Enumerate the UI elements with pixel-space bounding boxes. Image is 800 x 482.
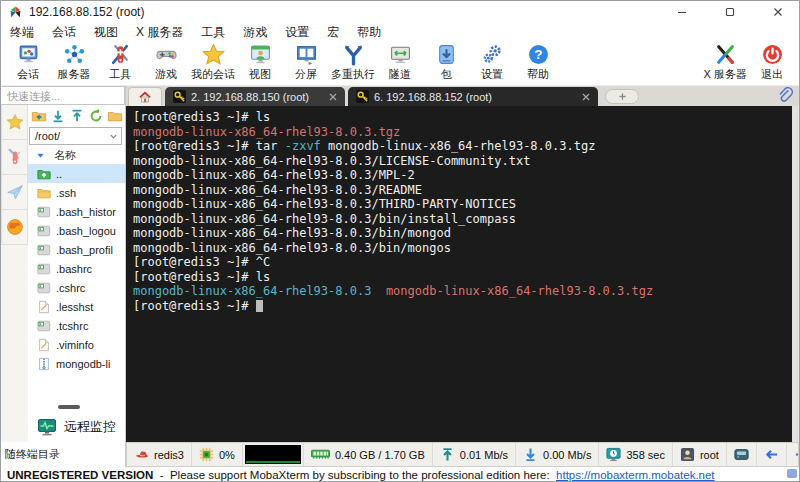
name-column-header[interactable]: 名称 <box>28 147 125 164</box>
remote-monitor-button[interactable]: 远程监控 <box>28 412 125 442</box>
toolbar-split-button[interactable]: 分屏 <box>283 43 329 82</box>
toolbar-packages-label: 包 <box>441 67 452 82</box>
menu-item-3[interactable]: X 服务器 <box>127 24 192 41</box>
menu-item-1[interactable]: 会话 <box>43 24 85 41</box>
multiexec-icon <box>342 43 365 66</box>
tab-close-icon[interactable] <box>329 93 337 101</box>
toolbar-games-button[interactable]: 游戏 <box>143 43 189 82</box>
terminal-text: mongodb-linux-x86_64-rhel93-8.0.3 <box>133 284 371 298</box>
toolbar-servers-button[interactable]: 服务器 <box>51 43 97 82</box>
toolbar-session-label: 会话 <box>17 67 39 82</box>
terminal-scrollbar[interactable] <box>792 106 799 442</box>
packages-icon <box>435 43 458 66</box>
file-row[interactable]: .ssh <box>28 183 125 202</box>
toolbar-xserver-button[interactable]: X 服务器 <box>702 43 749 82</box>
file-row[interactable]: .bash_histor <box>28 202 125 221</box>
menu-item-7[interactable]: 宏 <box>318 24 348 41</box>
file-row[interactable]: .viminfo <box>28 335 125 354</box>
folder-plain-button[interactable] <box>107 108 123 124</box>
horizontal-scrollbar[interactable] <box>28 402 125 412</box>
file-name: mongodb-li <box>56 358 110 370</box>
status-arrow-right[interactable] <box>787 443 799 466</box>
toolbar-settings-button[interactable]: 设置 <box>469 43 515 82</box>
servers-icon <box>63 43 86 66</box>
xserver-icon <box>714 43 737 66</box>
home-icon <box>138 90 152 104</box>
quick-connect-input[interactable] <box>1 86 125 105</box>
tab-session-6[interactable]: 6. 192.168.88.152 (root) <box>348 87 598 106</box>
maximize-button[interactable] <box>709 1 751 23</box>
minimize-button[interactable] <box>661 1 703 23</box>
paperclip-icon[interactable] <box>777 87 794 104</box>
cpu-graph <box>245 445 301 464</box>
status-bar: redis30%0.40 GB / 1.70 GB0.01 Mb/s0.00 M… <box>126 442 799 467</box>
terminal-line: [root@redis3 ~]# tar -zxvf mongodb-linux… <box>133 139 789 154</box>
file-row[interactable]: .tcshrc <box>28 316 125 335</box>
tab-session-2[interactable]: 2. 192.168.88.150 (root) <box>165 87 345 106</box>
paperplane-icon <box>6 183 24 201</box>
tab-home[interactable] <box>128 87 162 106</box>
toolbar: 会话服务器工具游戏我的会话视图分屏多重执行隧道包设置?帮助 X 服务器退出 <box>1 41 799 86</box>
terminal-text: mongodb-linux-x86_64-rhel93-8.0.3/LICENS… <box>133 154 530 168</box>
toolbar-view-label: 视图 <box>249 67 271 82</box>
terminal-text: mongodb-linux-x86_64-rhel93-8.0.3/MPL-2 <box>133 168 415 182</box>
path-select[interactable]: /root/ <box>29 127 122 145</box>
follow-terminal-dir-toggle[interactable]: 随终端目录 <box>1 442 126 467</box>
menu-bar: 终端会话视图X 服务器工具游戏设置宏帮助 <box>1 23 799 41</box>
key-icon <box>173 90 186 103</box>
menu-item-0[interactable]: 终端 <box>1 24 43 41</box>
user-icon <box>680 447 695 462</box>
terminal-column: 2. 192.168.88.150 (root) 6. 192.168.88.1… <box>126 86 799 442</box>
terminal-text: -zxvf <box>285 139 321 153</box>
upload-button[interactable] <box>69 108 85 124</box>
sidebar-paperplane-button[interactable] <box>1 175 28 210</box>
scrollbar-thumb[interactable] <box>58 405 80 409</box>
file-name: .. <box>56 168 62 180</box>
toolbar-packages-button[interactable]: 包 <box>423 43 469 82</box>
folder-up-button[interactable] <box>31 108 47 124</box>
toolbar-help-button[interactable]: ?帮助 <box>515 43 561 82</box>
file-row[interactable]: .bashrc <box>28 259 125 278</box>
script-icon <box>37 243 51 257</box>
help-icon: ? <box>527 43 550 66</box>
sidebar-star-button[interactable] <box>1 105 28 140</box>
file-row[interactable]: mongodb-li <box>28 354 125 373</box>
file-row[interactable]: .lesshst <box>28 297 125 316</box>
mysessions-icon <box>202 43 225 66</box>
toolbar-tunnel-button[interactable]: 隧道 <box>377 43 423 82</box>
file-row[interactable]: .bash_logou <box>28 221 125 240</box>
toolbar-view-button[interactable]: 视图 <box>237 43 283 82</box>
menu-item-8[interactable]: 帮助 <box>348 24 390 41</box>
status-arrow-left[interactable] <box>757 443 787 466</box>
close-button[interactable] <box>757 1 799 23</box>
graph-line <box>246 461 300 463</box>
download-button[interactable] <box>50 108 66 124</box>
menu-item-4[interactable]: 工具 <box>192 24 234 41</box>
terminal-line: mongodb-linux-x86_64-rhel93-8.0.3/bin/mo… <box>133 226 789 241</box>
toolbar-multiexec-button[interactable]: 多重执行 <box>329 43 377 82</box>
toolbar-exit-button[interactable]: 退出 <box>749 43 795 82</box>
file-row[interactable]: .cshrc <box>28 278 125 297</box>
terminal[interactable]: [root@redis3 ~]# lsmongodb-linux-x86_64-… <box>126 106 799 442</box>
sidebar-globe-button[interactable] <box>1 210 28 245</box>
file-row[interactable]: .bash_profil <box>28 240 125 259</box>
footer-text: - Please support MobaXterm by subscribin… <box>153 469 556 481</box>
tab-close-icon[interactable] <box>582 93 590 101</box>
menu-item-6[interactable]: 设置 <box>276 24 318 41</box>
menu-item-5[interactable]: 游戏 <box>234 24 276 41</box>
toolbar-session-button[interactable]: 会话 <box>5 43 51 82</box>
toolbar-tools-button[interactable]: 工具 <box>97 43 143 82</box>
sidebar-knife-button[interactable] <box>1 140 28 175</box>
toolbar-mysessions-button[interactable]: 我的会话 <box>189 43 237 82</box>
footer-link[interactable]: https://mobaxterm.mobatek.net <box>556 469 715 481</box>
new-tab-button[interactable] <box>605 89 639 104</box>
file-name: .lesshst <box>56 301 93 313</box>
menu-item-2[interactable]: 视图 <box>85 24 127 41</box>
status-cpu: 0% <box>192 443 243 466</box>
settings-icon <box>481 43 504 66</box>
folder-plain-icon <box>107 108 123 124</box>
refresh-button[interactable] <box>88 108 104 124</box>
drive-icon <box>734 447 749 462</box>
file-browser: /root/ 名称 ...ssh.bash_histor.bash_logou.… <box>28 105 125 442</box>
file-row[interactable]: .. <box>28 164 125 183</box>
